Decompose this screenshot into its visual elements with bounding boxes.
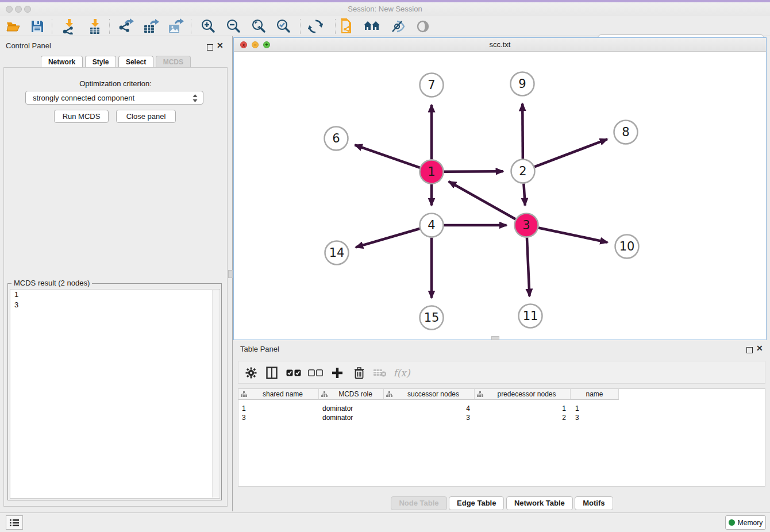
graph-edge-1-6[interactable] (355, 145, 420, 168)
window-close-button[interactable] (6, 6, 13, 13)
result-scrollbar[interactable] (212, 290, 219, 498)
table-panel-float-icon[interactable] (746, 345, 753, 356)
open-network-file-icon[interactable] (338, 18, 357, 35)
tree-icon (477, 391, 483, 398)
graph-node-label-2: 2 (519, 164, 526, 178)
graph-edge-2-9[interactable] (522, 103, 523, 159)
control-panel-close-icon[interactable]: ✕ (217, 43, 224, 49)
app-title: Session: New Session (0, 2, 770, 16)
cell-name[interactable]: 1 (575, 404, 615, 413)
zoom-in-icon[interactable] (198, 18, 218, 35)
mcds-result-item[interactable]: 3 (10, 300, 220, 310)
tab-network[interactable]: Network (41, 56, 83, 68)
memory-button[interactable]: Memory (725, 515, 766, 530)
cell-mcds-role[interactable]: dominator (322, 413, 381, 422)
vertical-splitter-grip[interactable] (228, 270, 233, 278)
add-column-icon[interactable] (328, 364, 346, 382)
tab-node-table[interactable]: Node Table (391, 496, 446, 510)
network-zoom-button[interactable]: + (263, 41, 270, 48)
import-network-icon[interactable] (59, 18, 79, 35)
import-table-icon[interactable] (85, 18, 105, 35)
network-window-title: scc.txt (234, 38, 766, 52)
export-image-icon[interactable] (165, 18, 185, 35)
delete-table-icon[interactable] (371, 364, 389, 382)
graph-edge-4-14[interactable] (356, 229, 419, 247)
tree-icon (386, 391, 392, 398)
node-table: shared name MCDS role successor nodes pr… (238, 388, 765, 487)
graph-edge-3-11[interactable] (527, 237, 530, 296)
tab-network-table[interactable]: Network Table (506, 496, 573, 510)
cell-name[interactable]: 3 (575, 413, 615, 422)
mcds-result-item[interactable]: 1 (10, 290, 220, 300)
cell-mcds-role[interactable]: dominator (322, 404, 381, 413)
cell-predecessor-nodes[interactable]: 2 (475, 413, 566, 422)
task-history-button[interactable] (6, 515, 23, 530)
column-header-shared-name[interactable]: shared name (238, 389, 319, 400)
column-header-successor-nodes[interactable]: successor nodes (384, 389, 475, 400)
horizontal-splitter-grip[interactable] (491, 336, 499, 340)
tree-icon (241, 391, 247, 398)
home-icon[interactable] (363, 18, 382, 35)
run-mcds-button[interactable]: Run MCDS (54, 110, 109, 123)
zoom-selected-icon[interactable] (274, 18, 293, 35)
tab-select[interactable]: Select (118, 56, 153, 68)
memory-status-icon (729, 519, 735, 526)
tab-style[interactable]: Style (85, 56, 117, 68)
cell-predecessor-nodes[interactable]: 1 (475, 404, 566, 413)
export-table-icon[interactable] (141, 18, 160, 35)
mcds-result-group: MCDS result (2 nodes) 1 3 (7, 283, 222, 500)
optimization-criterion-label: Optimization criterion: (0, 79, 231, 88)
export-network-icon[interactable] (116, 18, 135, 35)
graph-node-label-8: 8 (622, 125, 629, 139)
function-builder-icon[interactable]: f(x) (392, 364, 411, 382)
tab-mcds[interactable]: MCDS (156, 56, 191, 68)
graph-edge-2-8[interactable] (534, 139, 607, 167)
zoom-fit-icon[interactable] (249, 18, 268, 35)
preview-eye-icon[interactable] (413, 18, 433, 35)
column-header-name[interactable]: name (571, 389, 619, 400)
graph-node-label-3: 3 (522, 218, 530, 232)
main-toolbar (0, 16, 770, 36)
column-header-predecessor-nodes[interactable]: predecessor nodes (475, 389, 571, 400)
app-titlebar: Session: New Session (0, 2, 770, 16)
graph-edge-1-2[interactable] (444, 171, 503, 172)
graph-edge-2-3[interactable] (523, 183, 525, 205)
column-header-mcds-role[interactable]: MCDS role (319, 389, 384, 400)
mcds-result-list[interactable]: 1 3 (10, 289, 220, 499)
cell-successor-nodes[interactable]: 4 (384, 404, 470, 413)
network-canvas[interactable]: 7968124314101511 (234, 52, 766, 340)
control-panel-float-icon[interactable] (207, 43, 213, 53)
window-zoom-button[interactable] (24, 6, 31, 13)
hide-vizmapper-icon[interactable] (387, 18, 407, 35)
list-icon (10, 519, 19, 527)
refresh-view-icon[interactable] (306, 18, 325, 35)
table-panel-close-icon[interactable]: ✕ (756, 345, 763, 352)
delete-column-icon[interactable] (350, 364, 368, 382)
open-session-icon[interactable] (3, 18, 23, 35)
network-minimize-button[interactable]: − (252, 41, 259, 48)
cell-successor-nodes[interactable]: 3 (384, 413, 470, 422)
window-minimize-button[interactable] (15, 6, 22, 13)
graph-edge-3-1[interactable] (449, 182, 515, 219)
graph-edge-3-10[interactable] (538, 228, 607, 242)
cell-shared-name[interactable]: 3 (242, 413, 315, 422)
toolbar-separator (335, 19, 336, 34)
network-close-button[interactable]: x (240, 41, 247, 48)
save-session-icon[interactable] (28, 18, 47, 35)
table-toolbar: f(x) (238, 361, 765, 384)
zoom-out-icon[interactable] (224, 18, 243, 35)
optimization-criterion-select[interactable]: strongly connected component (25, 91, 203, 105)
close-panel-button[interactable]: Close panel (116, 110, 176, 123)
control-panel-title: Control Panel (6, 41, 51, 50)
tab-motifs[interactable]: Motifs (575, 496, 613, 510)
select-spinner-icon (192, 94, 198, 105)
deselect-all-columns-icon[interactable] (306, 364, 325, 382)
graph-node-label-6: 6 (332, 132, 340, 145)
tab-edge-table[interactable]: Edge Table (449, 496, 504, 510)
select-all-columns-icon[interactable] (284, 364, 303, 382)
tree-icon (321, 391, 328, 398)
cell-shared-name[interactable]: 1 (242, 404, 315, 413)
gear-icon[interactable] (242, 364, 260, 382)
status-bar (0, 512, 770, 532)
split-columns-icon[interactable] (263, 364, 281, 382)
